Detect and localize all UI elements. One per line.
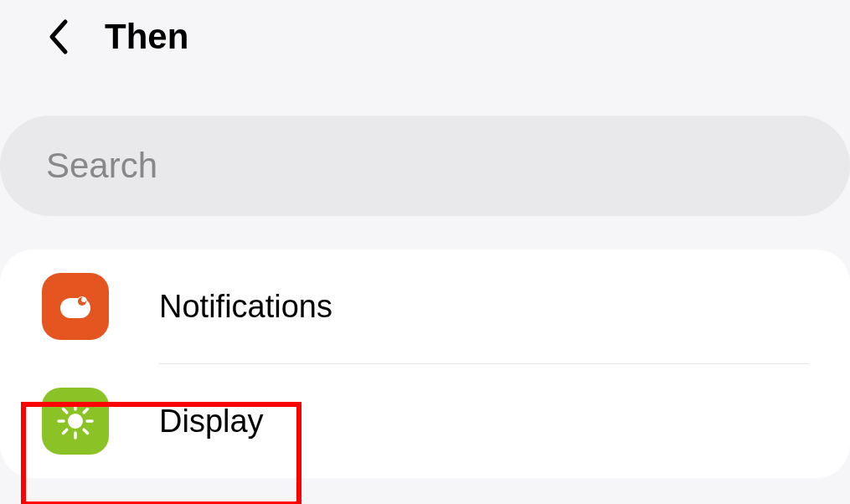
back-icon bbox=[47, 18, 70, 55]
list-item-label: Notifications bbox=[159, 289, 332, 325]
svg-line-12 bbox=[84, 409, 87, 413]
svg-point-4 bbox=[68, 414, 83, 429]
display-icon bbox=[42, 388, 109, 455]
search-container bbox=[0, 116, 850, 216]
list-item-notifications[interactable]: Notifications bbox=[0, 249, 850, 363]
list-item-label: Display bbox=[159, 404, 264, 440]
list-item-display[interactable]: Display bbox=[0, 364, 850, 478]
header: Then bbox=[0, 0, 850, 74]
svg-line-11 bbox=[64, 429, 67, 433]
svg-point-3 bbox=[81, 297, 86, 302]
settings-list: Notifications Display bbox=[0, 249, 850, 478]
search-input[interactable] bbox=[0, 116, 850, 216]
svg-line-9 bbox=[64, 409, 67, 413]
page-title: Then bbox=[105, 17, 188, 57]
svg-line-10 bbox=[84, 429, 87, 433]
back-button[interactable] bbox=[42, 20, 75, 54]
notifications-icon bbox=[42, 273, 109, 340]
